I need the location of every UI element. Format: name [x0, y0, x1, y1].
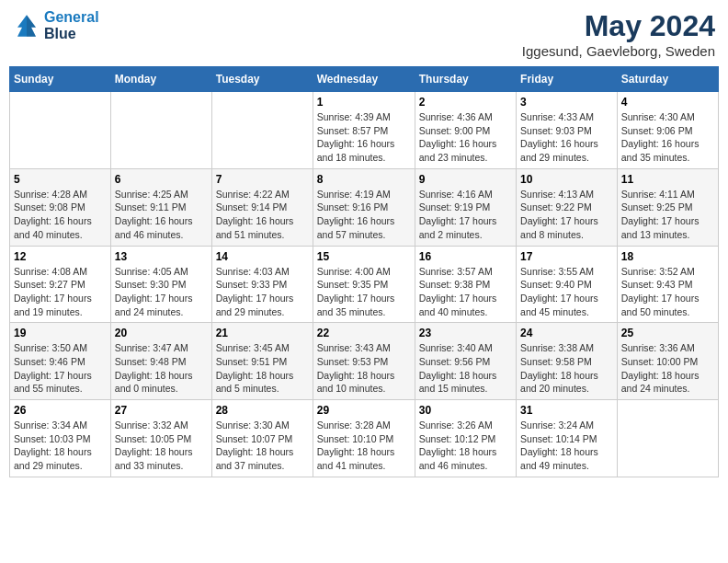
calendar-cell: 7Sunrise: 4:22 AM Sunset: 9:14 PM Daylig…: [211, 168, 313, 246]
calendar-week-row: 5Sunrise: 4:28 AM Sunset: 9:08 PM Daylig…: [10, 168, 719, 246]
day-info: Sunrise: 4:11 AM Sunset: 9:25 PM Dayligh…: [621, 188, 714, 242]
calendar-cell: 19Sunrise: 3:50 AM Sunset: 9:46 PM Dayli…: [10, 323, 111, 400]
calendar-cell: [110, 92, 211, 169]
day-number: 22: [317, 327, 411, 339]
calendar-cell: 13Sunrise: 4:05 AM Sunset: 9:30 PM Dayli…: [110, 246, 211, 323]
calendar-cell: 25Sunrise: 3:36 AM Sunset: 10:00 PM Dayl…: [617, 323, 718, 400]
day-info: Sunrise: 4:30 AM Sunset: 9:06 PM Dayligh…: [621, 110, 714, 165]
day-number: 1: [317, 96, 411, 109]
day-number: 30: [419, 404, 512, 417]
day-number: 7: [216, 173, 309, 186]
day-info: Sunrise: 4:05 AM Sunset: 9:30 PM Dayligh…: [115, 265, 208, 319]
day-info: Sunrise: 3:55 AM Sunset: 9:40 PM Dayligh…: [520, 265, 613, 319]
day-info: Sunrise: 4:13 AM Sunset: 9:22 PM Dayligh…: [520, 188, 613, 242]
calendar-cell: 15Sunrise: 4:00 AM Sunset: 9:35 PM Dayli…: [313, 246, 415, 323]
day-info: Sunrise: 3:40 AM Sunset: 9:56 PM Dayligh…: [419, 341, 512, 396]
logo-icon: [13, 12, 40, 40]
calendar-cell: 1Sunrise: 4:39 AM Sunset: 8:57 PM Daylig…: [313, 92, 415, 169]
day-info: Sunrise: 3:26 AM Sunset: 10:12 PM Daylig…: [419, 419, 512, 473]
day-header-tuesday: Tuesday: [211, 67, 313, 92]
calendar-cell: 11Sunrise: 4:11 AM Sunset: 9:25 PM Dayli…: [617, 168, 718, 246]
day-number: 14: [216, 250, 309, 263]
day-number: 9: [419, 173, 512, 186]
day-info: Sunrise: 3:28 AM Sunset: 10:10 PM Daylig…: [317, 419, 411, 473]
day-number: 5: [14, 173, 107, 186]
day-info: Sunrise: 4:36 AM Sunset: 9:00 PM Dayligh…: [419, 110, 512, 165]
day-number: 20: [115, 327, 208, 339]
calendar-cell: 17Sunrise: 3:55 AM Sunset: 9:40 PM Dayli…: [517, 246, 618, 323]
calendar-cell: 3Sunrise: 4:33 AM Sunset: 9:03 PM Daylig…: [517, 92, 618, 169]
day-info: Sunrise: 3:36 AM Sunset: 10:00 PM Daylig…: [621, 341, 714, 396]
day-info: Sunrise: 4:22 AM Sunset: 9:14 PM Dayligh…: [216, 188, 309, 242]
calendar-cell: 5Sunrise: 4:28 AM Sunset: 9:08 PM Daylig…: [10, 168, 111, 246]
calendar-cell: 2Sunrise: 4:36 AM Sunset: 9:00 PM Daylig…: [415, 92, 516, 169]
calendar: SundayMondayTuesdayWednesdayThursdayFrid…: [9, 66, 719, 477]
day-header-sunday: Sunday: [10, 67, 111, 92]
calendar-cell: 4Sunrise: 4:30 AM Sunset: 9:06 PM Daylig…: [617, 92, 718, 169]
calendar-week-row: 19Sunrise: 3:50 AM Sunset: 9:46 PM Dayli…: [10, 323, 719, 400]
day-number: 24: [520, 327, 613, 339]
calendar-cell: 8Sunrise: 4:19 AM Sunset: 9:16 PM Daylig…: [313, 168, 415, 246]
calendar-week-row: 12Sunrise: 4:08 AM Sunset: 9:27 PM Dayli…: [10, 246, 719, 323]
calendar-week-row: 1Sunrise: 4:39 AM Sunset: 8:57 PM Daylig…: [10, 92, 719, 169]
calendar-cell: 28Sunrise: 3:30 AM Sunset: 10:07 PM Dayl…: [211, 400, 313, 477]
day-info: Sunrise: 3:43 AM Sunset: 9:53 PM Dayligh…: [317, 341, 411, 396]
day-number: 19: [14, 327, 107, 339]
day-info: Sunrise: 4:03 AM Sunset: 9:33 PM Dayligh…: [216, 265, 309, 319]
calendar-cell: 6Sunrise: 4:25 AM Sunset: 9:11 PM Daylig…: [110, 168, 211, 246]
day-info: Sunrise: 4:16 AM Sunset: 9:19 PM Dayligh…: [419, 188, 512, 242]
calendar-cell: 24Sunrise: 3:38 AM Sunset: 9:58 PM Dayli…: [517, 323, 618, 400]
logo: General Blue: [13, 9, 99, 41]
day-info: Sunrise: 4:39 AM Sunset: 8:57 PM Dayligh…: [317, 110, 411, 165]
calendar-cell: 12Sunrise: 4:08 AM Sunset: 9:27 PM Dayli…: [10, 246, 111, 323]
day-info: Sunrise: 3:30 AM Sunset: 10:07 PM Daylig…: [216, 419, 309, 473]
calendar-cell: [10, 92, 111, 169]
calendar-cell: 22Sunrise: 3:43 AM Sunset: 9:53 PM Dayli…: [313, 323, 415, 400]
day-number: 31: [520, 404, 613, 417]
calendar-cell: 21Sunrise: 3:45 AM Sunset: 9:51 PM Dayli…: [211, 323, 313, 400]
day-info: Sunrise: 3:45 AM Sunset: 9:51 PM Dayligh…: [216, 341, 309, 396]
svg-marker-1: [27, 15, 36, 36]
day-number: 3: [520, 96, 613, 109]
day-info: Sunrise: 4:28 AM Sunset: 9:08 PM Dayligh…: [14, 188, 107, 242]
day-info: Sunrise: 3:47 AM Sunset: 9:48 PM Dayligh…: [115, 341, 208, 396]
day-info: Sunrise: 4:33 AM Sunset: 9:03 PM Dayligh…: [520, 110, 613, 165]
day-info: Sunrise: 3:24 AM Sunset: 10:14 PM Daylig…: [520, 419, 613, 473]
calendar-cell: 16Sunrise: 3:57 AM Sunset: 9:38 PM Dayli…: [415, 246, 516, 323]
title-section: May 2024 Iggesund, Gaevleborg, Sweden: [522, 9, 715, 59]
day-number: 17: [520, 250, 613, 263]
day-number: 21: [216, 327, 309, 339]
calendar-cell: 26Sunrise: 3:34 AM Sunset: 10:03 PM Dayl…: [10, 400, 111, 477]
day-info: Sunrise: 3:38 AM Sunset: 9:58 PM Dayligh…: [520, 341, 613, 396]
day-header-monday: Monday: [110, 67, 211, 92]
day-number: 23: [419, 327, 512, 339]
day-info: Sunrise: 4:25 AM Sunset: 9:11 PM Dayligh…: [115, 188, 208, 242]
location: Iggesund, Gaevleborg, Sweden: [522, 43, 715, 59]
calendar-cell: 18Sunrise: 3:52 AM Sunset: 9:43 PM Dayli…: [617, 246, 718, 323]
day-number: 16: [419, 250, 512, 263]
day-info: Sunrise: 4:08 AM Sunset: 9:27 PM Dayligh…: [14, 265, 107, 319]
day-number: 13: [115, 250, 208, 263]
page-header: General Blue May 2024 Iggesund, Gaevlebo…: [9, 9, 719, 59]
day-info: Sunrise: 4:19 AM Sunset: 9:16 PM Dayligh…: [317, 188, 411, 242]
calendar-cell: 14Sunrise: 4:03 AM Sunset: 9:33 PM Dayli…: [211, 246, 313, 323]
calendar-cell: 29Sunrise: 3:28 AM Sunset: 10:10 PM Dayl…: [313, 400, 415, 477]
day-header-friday: Friday: [517, 67, 618, 92]
day-number: 6: [115, 173, 208, 186]
day-number: 29: [317, 404, 411, 417]
day-number: 27: [115, 404, 208, 417]
calendar-cell: 9Sunrise: 4:16 AM Sunset: 9:19 PM Daylig…: [415, 168, 516, 246]
day-info: Sunrise: 3:57 AM Sunset: 9:38 PM Dayligh…: [419, 265, 512, 319]
day-number: 11: [621, 173, 714, 186]
day-header-thursday: Thursday: [415, 67, 516, 92]
calendar-cell: 30Sunrise: 3:26 AM Sunset: 10:12 PM Dayl…: [415, 400, 516, 477]
day-number: 18: [621, 250, 714, 263]
day-info: Sunrise: 3:32 AM Sunset: 10:05 PM Daylig…: [115, 419, 208, 473]
day-header-wednesday: Wednesday: [313, 67, 415, 92]
calendar-cell: 10Sunrise: 4:13 AM Sunset: 9:22 PM Dayli…: [517, 168, 618, 246]
calendar-header-row: SundayMondayTuesdayWednesdayThursdayFrid…: [10, 67, 719, 92]
calendar-week-row: 26Sunrise: 3:34 AM Sunset: 10:03 PM Dayl…: [10, 400, 719, 477]
day-number: 2: [419, 96, 512, 109]
calendar-cell: [617, 400, 718, 477]
day-number: 8: [317, 173, 411, 186]
